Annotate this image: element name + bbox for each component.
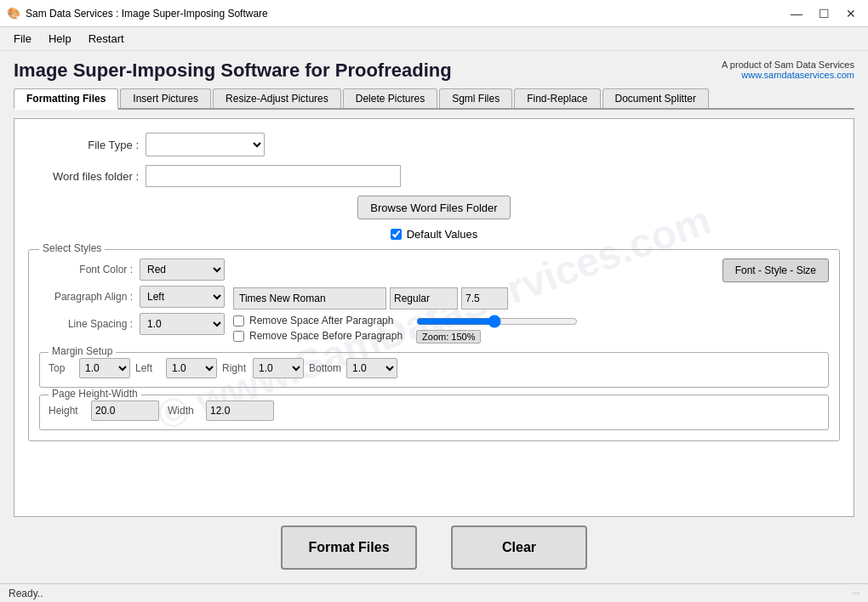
font-color-label: Font Color :: [39, 264, 133, 275]
bottom-label: Bottom: [309, 362, 341, 374]
menu-restart[interactable]: Restart: [82, 31, 131, 47]
right-label: Right: [222, 362, 248, 374]
width-label: Width: [168, 405, 197, 417]
title-bar-controls: — ☐ ✕: [786, 3, 861, 24]
default-values-row: Default Values: [28, 228, 840, 241]
default-values-checkbox[interactable]: [391, 229, 402, 240]
title-bar-left: 🎨 Sam Data Services : Image Super-Imposi…: [7, 7, 268, 20]
margin-row: Top 1.00.51.52.0 Left 1.00.51.52.0 Right…: [49, 358, 819, 378]
app-icon: 🎨: [7, 7, 20, 20]
zoom-slider-area: Zoom: 150%: [416, 315, 578, 344]
paragraph-align-select[interactable]: Left Center Right Justify: [140, 286, 225, 308]
file-type-select[interactable]: [146, 133, 265, 156]
font-color-select[interactable]: Red Blue Green Black: [140, 258, 225, 281]
font-size-input[interactable]: [461, 287, 508, 310]
bottom-bar: Format Files Clear: [14, 517, 854, 575]
line-spacing-select[interactable]: 1.0 1.5 2.0 2.5: [140, 313, 225, 335]
company-line1: A product of Sam Data Services: [722, 60, 854, 70]
remove-space-before-row: Remove Space Before Paragraph: [233, 330, 403, 342]
remove-space-before-label: Remove Space Before Paragraph: [249, 330, 403, 342]
word-folder-row: Word files folder :: [28, 165, 840, 187]
menu-bar: File Help Restart: [0, 27, 868, 51]
paragraph-align-row: Paragraph Align : Left Center Right Just…: [39, 286, 225, 308]
form-area: © www.SamDataServices.com File Type : Wo…: [14, 118, 854, 517]
menu-help[interactable]: Help: [42, 31, 78, 47]
margin-setup-legend: Margin Setup: [49, 345, 116, 357]
default-values-label: Default Values: [407, 228, 478, 241]
tab-sgml-files[interactable]: Sgml Files: [439, 88, 512, 108]
file-type-row: File Type :: [28, 133, 840, 156]
paragraph-align-label: Paragraph Align :: [39, 291, 133, 303]
word-folder-input[interactable]: [146, 165, 401, 187]
right-select[interactable]: 1.00.51.52.0: [253, 358, 304, 378]
zoom-label: Zoom: 150%: [416, 330, 481, 344]
page-hw-row: Height Width: [49, 400, 819, 421]
remove-space-after-row: Remove Space After Paragraph: [233, 315, 403, 327]
main-content: Image Super-Imposing Software for Proofr…: [0, 51, 868, 583]
tabs: Formatting Files Insert Pictures Resize-…: [14, 88, 854, 110]
width-input[interactable]: [206, 400, 274, 421]
maximize-button[interactable]: ☐: [814, 3, 834, 24]
margin-setup-group: Margin Setup Top 1.00.51.52.0 Left 1.00.…: [39, 352, 829, 388]
font-fields: [233, 287, 829, 310]
font-name-input[interactable]: [233, 287, 386, 310]
tab-formatting-files[interactable]: Formatting Files: [14, 88, 118, 110]
line-spacing-label: Line Spacing :: [39, 318, 133, 330]
status-text: Ready..: [9, 588, 43, 599]
app-header: Image Super-Imposing Software for Proofr…: [14, 60, 854, 82]
menu-file[interactable]: File: [7, 31, 38, 47]
page-hw-group: Page Height-Width Height Width: [39, 395, 829, 430]
company-link[interactable]: www.samdataservices.com: [741, 70, 854, 80]
company-info: A product of Sam Data Services www.samda…: [722, 60, 854, 80]
title-bar-title: Sam Data Services : Image Super-Imposing…: [26, 8, 268, 20]
top-select[interactable]: 1.00.51.52.0: [79, 358, 130, 378]
status-bar: Ready.. ···: [0, 583, 868, 602]
left-label: Left: [135, 362, 161, 374]
left-select[interactable]: 1.00.51.52.0: [166, 358, 217, 378]
tab-find-replace[interactable]: Find-Replace: [514, 88, 600, 108]
remove-space-after-checkbox[interactable]: [233, 315, 244, 327]
app-title: Image Super-Imposing Software for Proofr…: [14, 60, 452, 82]
height-label: Height: [49, 405, 83, 417]
spacing-checkboxes: Remove Space After Paragraph Remove Spac…: [233, 315, 403, 342]
font-color-row: Font Color : Red Blue Green Black: [39, 258, 225, 281]
minimize-button[interactable]: —: [786, 3, 807, 24]
remove-space-after-label: Remove Space After Paragraph: [249, 315, 393, 327]
form-content: File Type : Word files folder : Browse W…: [28, 133, 840, 441]
tab-document-splitter[interactable]: Document Splitter: [602, 88, 709, 108]
format-files-button[interactable]: Format Files: [281, 525, 417, 570]
remove-space-before-checkbox[interactable]: [233, 331, 244, 342]
font-style-input[interactable]: [390, 287, 458, 310]
file-type-label: File Type :: [28, 139, 139, 151]
bottom-select[interactable]: 1.00.51.52.0: [346, 358, 397, 378]
browse-button[interactable]: Browse Word Files Folder: [357, 196, 510, 219]
tab-delete-pictures[interactable]: Delete Pictures: [343, 88, 437, 108]
height-input[interactable]: [91, 400, 159, 421]
styles-right: Font - Style - Size Remove Space A: [233, 258, 829, 344]
select-styles-group: Select Styles Font Color : Red Blue Gree…: [28, 249, 840, 441]
status-dots: ···: [853, 588, 859, 598]
styles-left: Font Color : Red Blue Green Black Paragr…: [39, 258, 225, 344]
zoom-slider[interactable]: [416, 315, 578, 328]
browse-row: Browse Word Files Folder: [28, 196, 840, 219]
clear-button[interactable]: Clear: [451, 525, 587, 570]
word-folder-label: Word files folder :: [28, 170, 139, 183]
top-label: Top: [49, 362, 74, 374]
font-style-size-button[interactable]: Font - Style - Size: [722, 258, 829, 282]
close-button[interactable]: ✕: [841, 3, 861, 24]
tab-resize-adjust-pictures[interactable]: Resize-Adjust Pictures: [213, 88, 341, 108]
page-hw-legend: Page Height-Width: [49, 388, 141, 400]
title-bar: 🎨 Sam Data Services : Image Super-Imposi…: [0, 0, 868, 27]
tab-insert-pictures[interactable]: Insert Pictures: [120, 88, 211, 108]
styles-group-legend: Select Styles: [39, 242, 105, 254]
line-spacing-row: Line Spacing : 1.0 1.5 2.0 2.5: [39, 313, 225, 335]
